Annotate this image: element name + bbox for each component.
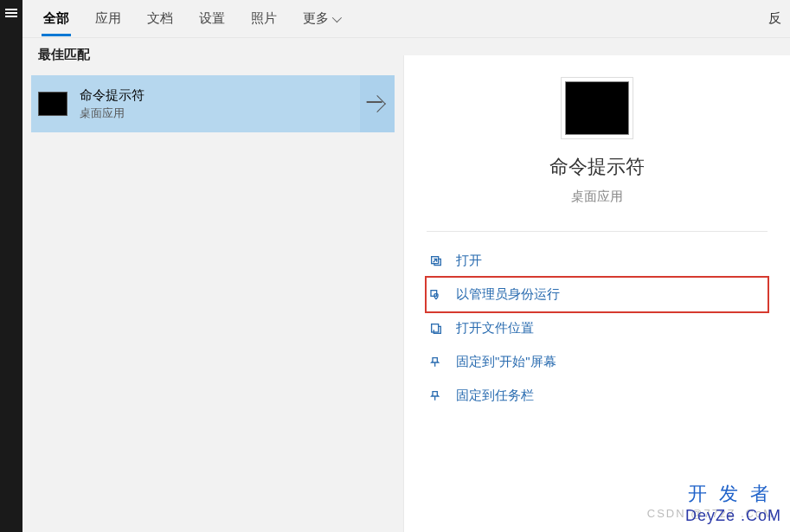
watermark-line1: 开发者 [685, 481, 781, 507]
tab-more-label: 更多 [303, 10, 329, 27]
divider [427, 231, 768, 232]
results-column: 最佳匹配 命令提示符 桌面应用 [22, 38, 403, 532]
detail-title: 命令提示符 [404, 154, 790, 180]
action-open[interactable]: 打开 [427, 244, 768, 278]
tab-all[interactable]: 全部 [42, 2, 71, 35]
result-subtitle: 桌面应用 [80, 106, 360, 121]
tab-photos[interactable]: 照片 [249, 2, 279, 35]
tab-more[interactable]: 更多 [301, 2, 341, 35]
action-open-location[interactable]: 打开文件位置 [427, 311, 768, 345]
action-run-admin-label: 以管理员身份运行 [456, 286, 560, 303]
detail-app-icon [565, 81, 629, 135]
tab-apps[interactable]: 应用 [93, 2, 123, 35]
pin-taskbar-icon [428, 388, 444, 404]
section-best-match: 最佳匹配 [22, 38, 403, 72]
result-title: 命令提示符 [80, 87, 360, 104]
shield-icon [428, 287, 444, 303]
window-sidebar [0, 0, 22, 532]
expand-button[interactable] [360, 75, 395, 132]
result-text: 命令提示符 桌面应用 [80, 87, 360, 121]
detail-column: 命令提示符 桌面应用 打开 以管理员身份运行 [403, 55, 790, 532]
actions-list: 打开 以管理员身份运行 打开文件位置 [404, 244, 790, 413]
tab-settings[interactable]: 设置 [197, 2, 227, 35]
search-result-item[interactable]: 命令提示符 桌面应用 [31, 75, 395, 132]
cmd-icon [38, 92, 67, 116]
annotation-highlight: 以管理员身份运行 [425, 276, 769, 313]
folder-icon [428, 321, 444, 337]
feedback-link[interactable]: 反 [768, 10, 781, 27]
chevron-down-icon [332, 12, 342, 22]
content-split: 最佳匹配 命令提示符 桌面应用 命令提示符 桌面应用 [22, 38, 790, 532]
action-pin-start-label: 固定到"开始"屏幕 [456, 354, 556, 370]
arrow-right-icon [369, 95, 386, 112]
pin-icon [428, 355, 444, 370]
category-tabs: 全部 应用 文档 设置 照片 更多 反 [22, 0, 790, 38]
detail-header: 命令提示符 桌面应用 [404, 55, 790, 205]
svg-rect-1 [431, 290, 437, 296]
watermark-line2: DeyZe .CoM [685, 507, 781, 525]
hamburger-icon[interactable] [5, 9, 17, 10]
action-open-location-label: 打开文件位置 [456, 320, 534, 337]
action-open-label: 打开 [456, 253, 482, 269]
tab-docs[interactable]: 文档 [145, 2, 175, 35]
search-panel: 全部 应用 文档 设置 照片 更多 反 最佳匹配 命令提示符 桌面应用 [22, 0, 790, 532]
action-pin-taskbar[interactable]: 固定到任务栏 [427, 379, 768, 413]
detail-subtitle: 桌面应用 [404, 189, 790, 205]
action-pin-taskbar-label: 固定到任务栏 [456, 388, 534, 404]
svg-rect-2 [432, 324, 439, 331]
watermark: 开发者 DeyZe .CoM [685, 481, 781, 525]
action-run-admin[interactable]: 以管理员身份运行 [427, 278, 768, 311]
action-pin-start[interactable]: 固定到"开始"屏幕 [427, 345, 768, 379]
open-icon [428, 253, 444, 269]
